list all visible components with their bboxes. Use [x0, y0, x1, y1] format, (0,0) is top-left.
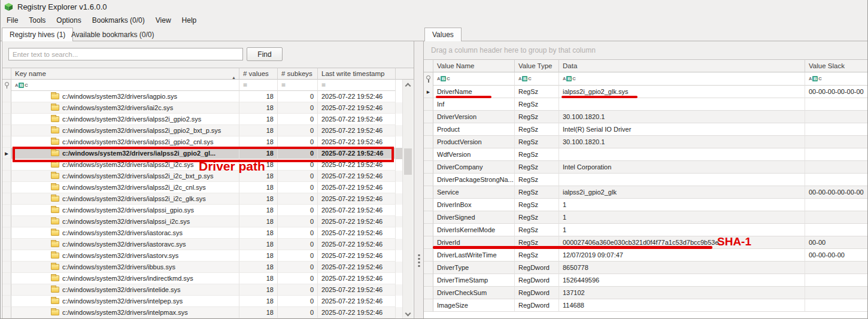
filter-last-write[interactable]: = [318, 80, 396, 91]
search-input[interactable] [8, 48, 243, 60]
table-row[interactable]: c:/windows/system32/drivers/ialpss2i_i2c… [2, 193, 402, 205]
table-row[interactable]: DriverSignedRegSz1 [424, 211, 868, 224]
value-type-cell: RegSz [515, 174, 559, 186]
equals-filter-icon: = [321, 81, 326, 89]
column-header-value-type[interactable]: Value Type [515, 59, 559, 72]
table-row[interactable]: c:/windows/system32/drivers/iastorac.sys… [2, 227, 402, 239]
value-type-cell: RegDword [515, 299, 559, 312]
timestamp-cell: 2025-07-22 19:52:46 [318, 284, 396, 296]
menu-item-help[interactable]: Help [177, 14, 202, 26]
scroll-up-button[interactable] [403, 80, 413, 90]
panel-splitter[interactable] [414, 41, 423, 319]
filter-key-name[interactable]: ABC [11, 80, 239, 91]
column-header-num-subkeys[interactable]: # subkeys [278, 68, 318, 80]
data-cell: 12/07/2019 09:07:47 [559, 249, 805, 262]
table-row[interactable]: ProductRegSzIntel(R) Serial IO Driver [424, 123, 868, 136]
folder-icon [51, 105, 59, 111]
table-row[interactable]: ImageSizeRegDword114688 [424, 299, 868, 312]
table-row[interactable]: c:/windows/system32/drivers/ialpss2i_i2c… [2, 171, 402, 182]
column-header-last-write[interactable]: Last write timestamp [318, 68, 396, 80]
row-indicator-cell [2, 125, 11, 136]
column-header-value-name[interactable]: Value Name [433, 59, 515, 72]
table-row[interactable]: c:/windows/system32/drivers/intelpmax.sy… [2, 307, 402, 318]
text-filter-icon[interactable]: ABC [437, 76, 450, 81]
folder-icon [51, 173, 59, 179]
scrollbar-thumb[interactable] [404, 148, 412, 175]
filter-num-values[interactable]: = [239, 80, 278, 91]
table-row[interactable]: c:/windows/system32/drivers/iai2c.sys180… [2, 102, 402, 114]
table-row[interactable]: c:/windows/system32/drivers/ialpss2i_gpi… [2, 148, 402, 159]
table-row[interactable]: DriverLastWriteTimeRegSz12/07/2019 09:07… [424, 249, 868, 262]
menu-item-file[interactable]: File [1, 14, 23, 26]
menu-item-tools[interactable]: Tools [23, 14, 51, 26]
menu-bar: File Tools Options Bookmarks (0/0) View … [1, 13, 867, 27]
text-filter-icon[interactable]: ABC [563, 76, 576, 81]
table-row[interactable]: DriverPackageStrongNa...RegSz [424, 174, 868, 186]
filter-num-subkeys[interactable]: = [278, 80, 318, 91]
table-row[interactable]: c:/windows/system32/drivers/intelpep.sys… [2, 296, 402, 307]
table-row[interactable]: c:/windows/system32/drivers/ialpss2i_gpi… [2, 114, 402, 125]
table-row[interactable]: c:/windows/system32/drivers/ialpss2i_i2c… [2, 182, 402, 193]
table-row[interactable]: c:/windows/system32/drivers/ialpssi_i2c.… [2, 216, 402, 227]
table-row[interactable]: DriverInBoxRegSz1 [424, 199, 868, 211]
filter-data[interactable]: ABC [559, 72, 805, 86]
tab-registry-hives[interactable]: Registry hives (1) [2, 28, 73, 42]
tab-available-bookmarks[interactable]: Available bookmarks (0/0) [64, 28, 162, 41]
table-row[interactable]: WdfVersionRegSz [424, 148, 868, 161]
table-row[interactable]: c:/windows/system32/drivers/iastorv.sys1… [2, 250, 402, 262]
text-filter-icon[interactable]: ABC [518, 76, 532, 81]
table-row[interactable]: InfRegSz [424, 98, 868, 111]
menu-item-options[interactable]: Options [51, 14, 86, 26]
table-row[interactable]: c:/windows/system32/drivers/iastoravc.sy… [2, 239, 402, 250]
menu-item-view[interactable]: View [150, 14, 177, 26]
column-header-num-values[interactable]: # values [239, 68, 278, 80]
table-row[interactable]: ProductVersionRegSz30.100.1820.1 [424, 136, 868, 148]
menu-item-bookmarks[interactable]: Bookmarks (0/0) [87, 14, 150, 26]
title-bar: Registry Explorer v1.6.0.0 [1, 0, 867, 13]
key-name: c:/windows/system32/drivers/ialpss2i_gpi… [62, 150, 216, 157]
table-row[interactable]: DriverNameRegSzialpss2i_gpio2_glk.sys00-… [424, 86, 868, 98]
table-row[interactable]: DriverCheckSumRegDword137102 [424, 287, 868, 299]
table-row[interactable]: DriverVersionRegSz30.100.1820.1 [424, 111, 868, 123]
num-values-cell: 18 [239, 136, 278, 148]
column-header-value-slack[interactable]: Value Slack [805, 59, 868, 72]
table-row[interactable]: DriverIsKernelModeRegSz1 [424, 224, 868, 236]
find-button[interactable]: Find [247, 47, 283, 61]
table-row[interactable]: c:/windows/system32/drivers/indirectkmd.… [2, 273, 402, 284]
table-row[interactable]: c:/windows/system32/drivers/ibbus.sys180… [2, 262, 402, 273]
filter-value-name[interactable]: ABC [433, 72, 515, 86]
filter-value-type[interactable]: ABC [515, 72, 559, 86]
row-filler [396, 307, 402, 318]
num-values-cell: 18 [239, 102, 278, 114]
column-header-data[interactable]: Data [559, 59, 805, 72]
vertical-scrollbar[interactable] [402, 80, 413, 319]
scroll-down-button[interactable] [403, 309, 413, 319]
key-name: c:/windows/system32/drivers/ibbus.sys [62, 263, 175, 271]
num-values-cell: 18 [239, 171, 278, 182]
text-filter-icon[interactable]: ABC [15, 83, 28, 88]
table-row[interactable]: DriverIdRegSz000027406a360e030cb321d0f4f… [424, 236, 868, 249]
text-filter-icon[interactable]: ABC [809, 76, 822, 81]
table-row[interactable]: c:/windows/system32/drivers/intelide.sys… [2, 284, 402, 296]
tab-values[interactable]: Values [424, 28, 462, 42]
table-row[interactable]: c:/windows/system32/drivers/ialpss2i_gpi… [2, 136, 402, 148]
table-row[interactable]: DriverTimeStampRegDword1526449596 [424, 274, 868, 287]
timestamp-cell: 2025-07-22 19:52:46 [318, 273, 396, 284]
num-subkeys-cell: 0 [278, 193, 318, 205]
row-filler [396, 239, 402, 250]
table-row[interactable]: c:/windows/system32/drivers/ialpssi_gpio… [2, 205, 402, 216]
column-header-key-name[interactable]: Key name [11, 68, 239, 80]
table-row[interactable]: ServiceRegSzialpss2i_gpio2_glk00-00-00-0… [424, 186, 868, 199]
table-row[interactable]: c:/windows/system32/drivers/iagpio.sys18… [2, 91, 402, 102]
folder-icon [51, 139, 59, 145]
table-row[interactable]: DriverCompanyRegSzIntel Corporation [424, 161, 868, 174]
table-row[interactable]: DriverTypeRegDword8650778 [424, 262, 868, 274]
table-row[interactable]: c:/windows/system32/drivers/ialpss2i_i2c… [2, 159, 402, 171]
value-name-cell: DriverInBox [433, 199, 515, 211]
folder-icon [51, 184, 59, 190]
row-filler [396, 159, 402, 171]
filter-value-slack[interactable]: ABC [805, 72, 868, 86]
row-indicator-cell [2, 205, 11, 216]
table-row[interactable]: c:/windows/system32/drivers/ialpss2i_gpi… [2, 125, 402, 136]
group-by-bar[interactable]: Drag a column header here to group by th… [424, 41, 868, 59]
